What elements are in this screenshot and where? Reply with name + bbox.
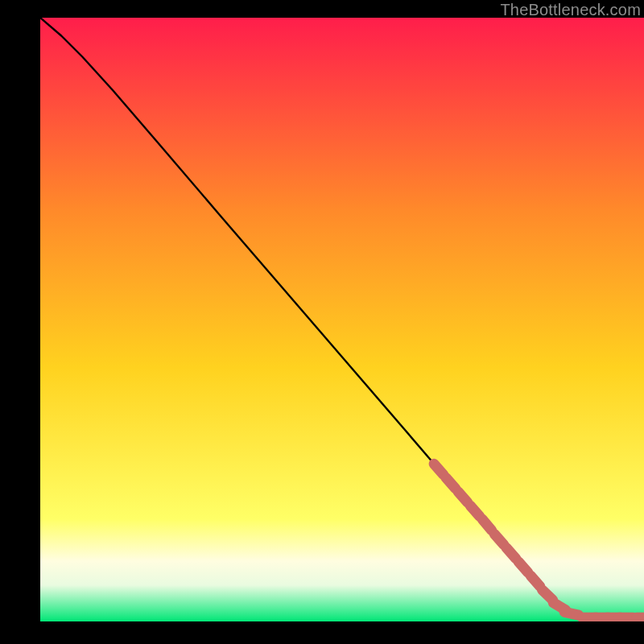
marker-dash: [458, 492, 468, 503]
marker-dash: [482, 519, 492, 530]
marker-dash: [506, 547, 516, 559]
plot-svg: [40, 18, 644, 621]
plot-area: [40, 18, 644, 621]
marker-dash: [530, 576, 540, 587]
marker-dash: [446, 477, 456, 489]
marker-dash: [564, 612, 579, 615]
gradient-background: [40, 18, 644, 621]
chart-stage: TheBottleneck.com: [0, 0, 644, 644]
watermark-text: TheBottleneck.com: [500, 1, 641, 19]
marker-dash: [470, 506, 480, 517]
marker-dash: [494, 534, 504, 545]
marker-dash: [434, 464, 444, 475]
marker-dash: [518, 562, 528, 573]
